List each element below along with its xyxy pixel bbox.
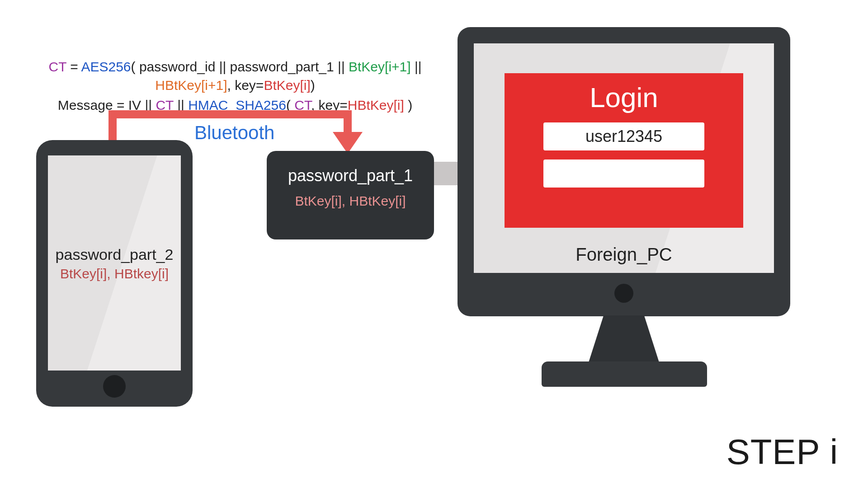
step-label: STEP i: [726, 432, 838, 473]
arrow-segment: [344, 110, 352, 135]
password-field[interactable]: [543, 160, 704, 188]
usb-connector-icon: [429, 162, 461, 185]
phone-keys: BtKey[i], HBtkey[i]: [52, 266, 177, 282]
phone-home-button-icon: [103, 375, 126, 398]
ct-var: CT: [48, 59, 66, 74]
monitor-screen: Login user12345 Foreign_PC: [474, 43, 774, 273]
aes-func: AES256: [81, 59, 131, 74]
bluetooth-label: Bluetooth: [194, 122, 274, 144]
phone-screen: password_part_2 BtKey[i], HBtkey[i]: [48, 155, 181, 371]
arrow-head-icon: [333, 132, 363, 154]
phone-device: password_part_2 BtKey[i], HBtkey[i]: [36, 140, 193, 407]
hbtkey-next: HBtKey[i+1]: [155, 78, 227, 93]
monitor-neck: [588, 315, 660, 365]
password-part-1: password_part_1: [230, 59, 334, 74]
phone-text-block: password_part_2 BtKey[i], HBtkey[i]: [48, 246, 181, 282]
usb-device: password_part_1 BtKey[i], HBtKey[i]: [267, 151, 434, 239]
password-id: password_id: [139, 59, 215, 74]
arrow-segment: [108, 110, 352, 118]
monitor-base: [542, 361, 707, 387]
btkey-next: BtKey[i+1]: [349, 59, 411, 74]
btkey-current: BtKey[i]: [264, 78, 310, 93]
usb-keys: BtKey[i], HBtKey[i]: [267, 193, 434, 209]
hbtkey-current: HBtKey[i]: [348, 98, 404, 113]
usb-password-part: password_part_1: [267, 166, 434, 185]
pc-label: Foreign_PC: [474, 244, 774, 265]
phone-password-part: password_part_2: [52, 246, 177, 263]
login-panel: Login user12345: [505, 73, 743, 228]
monitor-device: Login user12345 Foreign_PC: [458, 27, 790, 316]
login-title: Login: [505, 81, 743, 113]
formula-line-1: CT = AES256( password_id || password_par…: [18, 58, 452, 94]
monitor-power-button-icon: [614, 284, 633, 303]
encryption-formula: CT = AES256( password_id || password_par…: [18, 58, 452, 115]
username-field[interactable]: user12345: [543, 122, 704, 150]
